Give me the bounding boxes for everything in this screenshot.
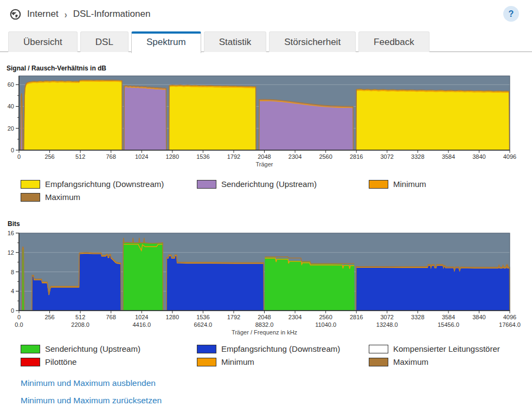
downstream-bits-3 (356, 265, 510, 311)
x-tick-label: 0 (17, 153, 21, 160)
x-tick-label: 3584 (442, 314, 455, 320)
page-title: DSL-Informationen (73, 9, 151, 20)
x-tick-freq-label: 11040.0 (315, 321, 336, 328)
legend-swatch (369, 345, 388, 353)
legend-label: Pilottöne (45, 357, 76, 366)
tab--bersicht[interactable]: Übersicht (8, 31, 78, 52)
x-tick-label: 1536 (196, 153, 209, 160)
chevron-right-icon: › (65, 9, 67, 20)
legend-swatch (197, 358, 216, 366)
x-tick-label: 1792 (227, 153, 240, 160)
legend-swatch (21, 193, 40, 202)
x-tick-label: 3840 (472, 314, 485, 320)
x-tick-label: 2560 (319, 153, 332, 160)
tab-bar: ÜbersichtDSLSpektrumStatistikStörsicherh… (8, 31, 432, 53)
y-tick-label: 16 (8, 231, 14, 236)
legend-item: Maximum (369, 357, 504, 366)
y-tick-label: 40 (8, 103, 14, 109)
downstream-band-1 (24, 80, 122, 150)
snr-chart-legend: Empfangsrichtung (Downstream)Senderichtu… (21, 179, 504, 202)
tab-st-rsicherheit[interactable]: Störsicherheit (269, 31, 356, 52)
y-tick-label: 12 (8, 249, 14, 256)
upstream-band-1 (124, 86, 166, 150)
legend-label: Empfangsrichtung (Downstream) (45, 179, 164, 189)
x-axis-label: Träger (256, 161, 273, 167)
legend-swatch (21, 345, 40, 353)
legend-swatch (369, 358, 388, 366)
y-tick-label: 0 (11, 307, 14, 314)
x-tick-label: 2816 (350, 153, 363, 160)
x-tick-label: 4096 (503, 153, 516, 160)
legend-label: Kompensierter Leitungsstörer (393, 344, 500, 353)
upstream-bits-1 (123, 238, 163, 311)
x-tick-label: 1024 (135, 153, 148, 160)
legend-swatch (369, 180, 388, 189)
x-tick-label: 3840 (472, 153, 485, 160)
legend-label: Maximum (393, 357, 428, 366)
x-tick-freq-label: 8832.0 (255, 321, 274, 328)
legend-item: Minimum (197, 357, 369, 366)
x-tick-label: 2048 (258, 153, 271, 160)
x-tick-freq-label: 13248.0 (376, 321, 398, 328)
x-tick-label: 1536 (196, 314, 209, 320)
x-tick-label: 3328 (411, 153, 424, 160)
hide-min-max-link[interactable]: Minimum und Maximum ausblenden (21, 378, 156, 388)
reset-min-max-link[interactable]: Minimum und Maximum zurücksetzen (21, 396, 162, 405)
x-tick-label: 512 (75, 314, 85, 320)
x-tick-freq-label: 0.0 (15, 321, 23, 328)
legend-swatch (21, 180, 40, 189)
tab-spektrum[interactable]: Spektrum (131, 31, 201, 53)
x-tick-label: 2048 (258, 314, 271, 320)
y-tick-label: 60 (8, 81, 14, 88)
x-tick-label: 2560 (319, 314, 332, 320)
x-tick-label: 1280 (166, 153, 179, 160)
legend-label: Minimum (393, 179, 426, 189)
x-tick-label: 1280 (166, 314, 179, 320)
x-tick-label: 768 (106, 153, 116, 160)
bits-chart-title: Bits (8, 220, 20, 228)
x-tick-freq-label: 2208.0 (71, 321, 89, 328)
tab-feedback[interactable]: Feedback (358, 31, 430, 52)
x-tick-label: 768 (106, 314, 116, 320)
x-axis-label: Träger / Frequenz in kHz (232, 329, 297, 336)
snr-chart-title: Signal / Rausch-Verhältnis in dB (7, 65, 106, 72)
legend-item: Maximum (21, 192, 197, 202)
legend-item: Kompensierter Leitungsstörer (369, 344, 504, 353)
legend-item: Empfangsrichtung (Downstream) (21, 179, 197, 189)
y-tick-label: 20 (8, 125, 14, 132)
x-tick-label: 512 (75, 153, 85, 160)
x-tick-label: 2304 (289, 153, 302, 160)
x-tick-freq-label: 6624.0 (194, 321, 213, 328)
bits-chart: 0256512768102412801536179220482304256028… (0, 231, 532, 339)
legend-item: Empfangsrichtung (Downstream) (197, 344, 369, 353)
x-tick-label: 2304 (289, 314, 302, 320)
legend-label: Senderichtung (Upstream) (45, 344, 140, 353)
x-tick-label: 3584 (442, 153, 455, 160)
x-tick-label: 0 (17, 314, 21, 320)
bits-chart-legend: Senderichtung (Upstream)Empfangsrichtung… (21, 344, 504, 366)
legend-item: Senderichtung (Upstream) (197, 179, 369, 189)
x-tick-label: 2816 (350, 314, 363, 320)
legend-label: Empfangsrichtung (Downstream) (221, 344, 340, 353)
tab-dsl[interactable]: DSL (80, 31, 129, 52)
breadcrumb: Internet › DSL-Informationen (10, 7, 150, 22)
x-tick-label: 3328 (411, 314, 424, 320)
legend-item: Minimum (369, 179, 504, 189)
help-button[interactable]: ? (503, 6, 519, 22)
legend-swatch (197, 180, 216, 189)
y-tick-label: 4 (11, 288, 14, 294)
downstream-band-2 (169, 85, 256, 150)
legend-swatch (197, 345, 216, 353)
x-tick-freq-label: 4416.0 (132, 321, 151, 328)
legend-item: Pilottöne (21, 357, 197, 366)
breadcrumb-internet[interactable]: Internet (27, 9, 59, 20)
tab-statistik[interactable]: Statistik (204, 31, 267, 52)
x-tick-label: 256 (44, 314, 54, 320)
legend-label: Minimum (221, 357, 254, 366)
legend-label: Senderichtung (Upstream) (221, 179, 317, 189)
x-tick-label: 256 (44, 153, 54, 160)
internet-globe-icon (10, 9, 21, 20)
snr-chart: 0256512768102412801536179220482304256028… (0, 74, 532, 169)
x-tick-freq-label: 17664.0 (499, 321, 521, 328)
y-tick-label: 8 (11, 269, 14, 275)
